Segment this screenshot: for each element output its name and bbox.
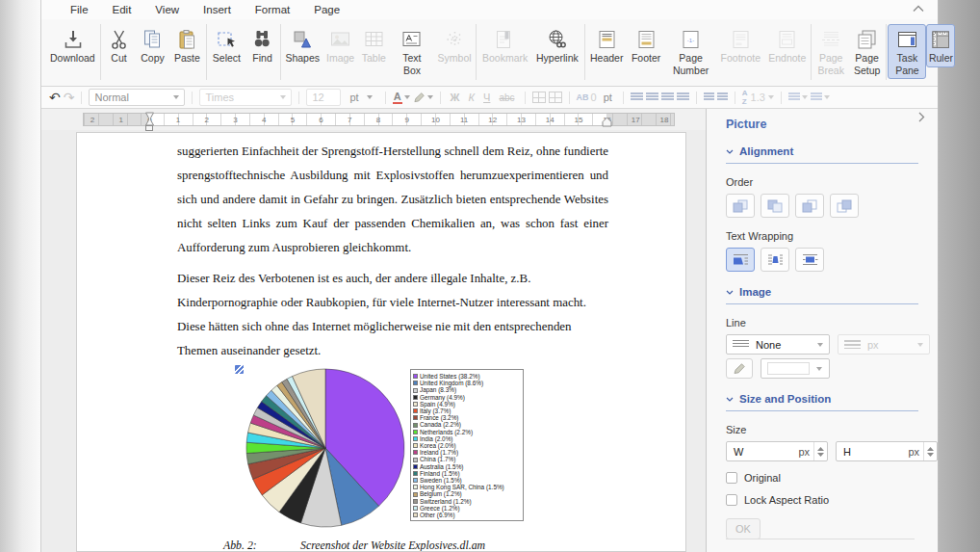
- legend-swatch: [413, 415, 418, 420]
- ruler-bar[interactable]: 210123456789101112131415161718: [41, 109, 706, 130]
- legend-swatch: [413, 430, 418, 434]
- ruler-button[interactable]: Ruler: [926, 24, 955, 67]
- height-input[interactable]: H px: [836, 441, 938, 461]
- ruler-number: 12: [488, 117, 497, 124]
- find-button[interactable]: Find: [245, 24, 279, 67]
- wrap-tight-icon: [767, 253, 784, 266]
- toolbar-button-label: Text Box: [395, 52, 430, 76]
- send-backward-icon: [837, 199, 852, 213]
- ruler-number: 11: [460, 117, 468, 124]
- legend-swatch: [413, 506, 418, 511]
- menu-items: FileEditViewInsertFormatPage: [70, 4, 364, 15]
- paragraph-style-select[interactable]: Normal: [89, 89, 185, 106]
- page-number-button[interactable]: -1-Page Number: [665, 24, 717, 79]
- document-page[interactable]: suggerierten Einfachheit der Sprengstoff…: [76, 132, 686, 552]
- highlight-color-button[interactable]: [413, 92, 433, 103]
- footer-button[interactable]: Footer: [628, 24, 665, 67]
- collapse-sidebar-icon[interactable]: [918, 112, 925, 122]
- width-stepper[interactable]: [813, 442, 827, 460]
- legend-item: France (3.2%): [413, 414, 521, 421]
- menu-format[interactable]: Format: [255, 4, 290, 15]
- menu-file[interactable]: File: [70, 4, 89, 15]
- legend-item: Italy (3.7%): [413, 407, 521, 414]
- line-color-pencil-button[interactable]: [726, 358, 753, 379]
- bold-button: Ж: [451, 92, 460, 103]
- paragraph-2[interactable]: Dieser Reiz des Verbotenen ist es auch, …: [177, 267, 608, 363]
- size-unit-select[interactable]: pt: [344, 89, 377, 106]
- line-style-select[interactable]: None: [726, 334, 830, 355]
- height-stepper[interactable]: [923, 442, 937, 460]
- task-pane-button[interactable]: Task Pane: [888, 24, 926, 79]
- original-checkbox[interactable]: Original: [726, 472, 938, 484]
- collapse-toolbar-icon[interactable]: [913, 5, 924, 13]
- copy-button[interactable]: Copy: [136, 24, 169, 67]
- text-box-button[interactable]: Text Box: [390, 24, 435, 79]
- toolbar-group: CutCopyPaste: [100, 24, 205, 80]
- hyperlink-icon: [545, 28, 569, 51]
- ruler-number: 10: [431, 117, 440, 124]
- table-icon: [362, 28, 386, 51]
- header-button[interactable]: Header: [586, 24, 628, 67]
- legend-label: Finland (1.5%): [420, 470, 460, 477]
- legend-item: Finland (1.5%): [413, 470, 521, 477]
- legend-swatch: [413, 395, 418, 400]
- legend-label: Belgium (1.2%): [420, 490, 462, 497]
- section-image[interactable]: Image: [726, 286, 918, 304]
- shapes-button[interactable]: Shapes: [282, 24, 322, 67]
- line-style-icon: [733, 340, 749, 349]
- line-color-select[interactable]: [761, 358, 830, 379]
- shapes-icon: [291, 28, 315, 51]
- legend-label: Italy (3.7%): [420, 407, 451, 414]
- section-alignment[interactable]: Alignment: [726, 145, 918, 164]
- bullet-list-button: [788, 92, 808, 102]
- wrap-square-button[interactable]: [726, 248, 755, 272]
- font-size-input: 12: [306, 89, 341, 106]
- legend-item: Japan (8.3%): [413, 386, 521, 393]
- hyperlink-button[interactable]: Hyperlink: [531, 24, 583, 67]
- menu-edit[interactable]: Edit: [113, 4, 132, 15]
- menu-page[interactable]: Page: [314, 4, 340, 15]
- section-size-position[interactable]: Size and Position: [726, 393, 918, 411]
- legend-item: Ireland (1.7%): [413, 449, 521, 456]
- toolbar-button-label: Cut: [111, 52, 126, 65]
- cut-button[interactable]: Cut: [102, 24, 136, 67]
- legend-item: Sweden (1.5%): [413, 477, 521, 484]
- legend-swatch: [413, 423, 418, 428]
- pie-chart[interactable]: [245, 367, 406, 529]
- legend-swatch: [413, 436, 418, 441]
- undo-button[interactable]: ↶: [49, 91, 61, 104]
- send-to-back-icon: [767, 199, 783, 213]
- chart-figure[interactable]: United States (38.2%)United Kingdom (8.6…: [177, 363, 608, 535]
- taskpane-icon: [895, 28, 919, 51]
- align-right-button: [661, 92, 674, 102]
- increase-indent-button: [717, 92, 728, 102]
- page-setup-button[interactable]: Page Setup: [849, 24, 885, 79]
- ruler-number: 13: [517, 117, 526, 124]
- paste-button[interactable]: Paste: [169, 24, 205, 67]
- lock-aspect-ratio-checkbox[interactable]: Lock Aspect Ratio: [726, 494, 938, 506]
- menu-view[interactable]: View: [155, 4, 179, 15]
- footer-icon: [634, 28, 658, 51]
- menu-insert[interactable]: Insert: [203, 4, 231, 15]
- font-color-button[interactable]: A: [393, 91, 410, 104]
- download-button[interactable]: Download: [45, 24, 99, 67]
- chart-legend: United States (38.2%)United Kingdom (8.6…: [410, 369, 524, 521]
- order-send-backward-button: [830, 194, 859, 218]
- line-spacing-select: 1.3: [751, 92, 765, 103]
- legend-swatch: [413, 458, 418, 462]
- footnote-button: Footnote: [717, 24, 765, 67]
- wrap-tight-button[interactable]: [761, 248, 789, 272]
- select-button[interactable]: Select: [208, 24, 245, 67]
- redo-button: ↷: [64, 91, 75, 104]
- paragraph-1[interactable]: suggerierten Einfachheit der Sprengstoff…: [177, 140, 608, 260]
- legend-label: Australia (1.5%): [420, 463, 463, 470]
- width-input[interactable]: W px: [726, 441, 828, 461]
- legend-label: Ireland (1.7%): [420, 449, 458, 456]
- bring-to-front-icon: [733, 199, 748, 213]
- right-indent-marker[interactable]: [602, 117, 612, 127]
- bookmark-icon: [492, 28, 516, 51]
- margin-marker[interactable]: [145, 125, 153, 131]
- wrap-through-button[interactable]: [795, 248, 824, 272]
- toolbar-group: Task PaneRuler: [886, 24, 955, 80]
- legend-swatch: [413, 374, 418, 379]
